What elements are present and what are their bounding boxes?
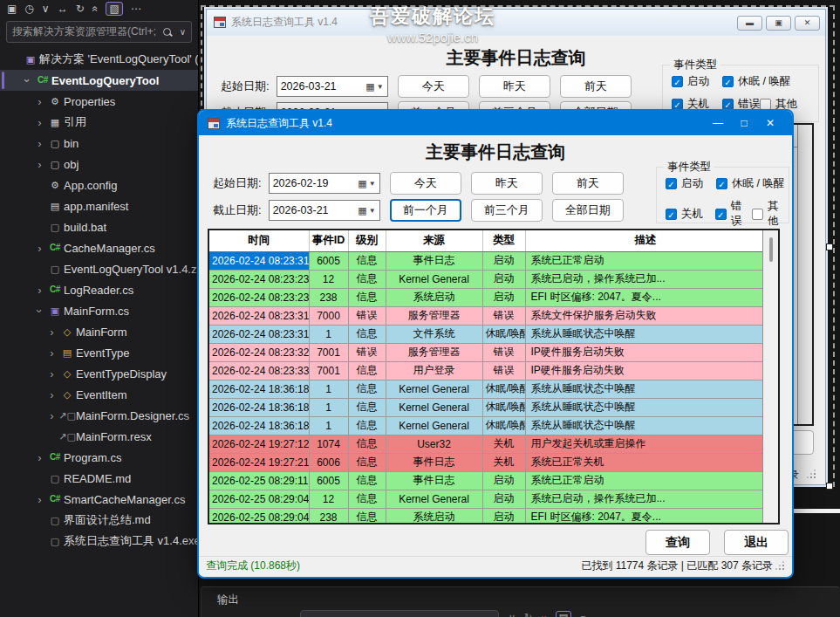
dropdown-arrow-icon[interactable]: ▼ — [377, 83, 384, 91]
clear-output-icon[interactable]: × — [541, 613, 546, 617]
table-scrollbar[interactable] — [797, 125, 812, 424]
solution-explorer-search-box[interactable]: 搜索解决方案资源管理器(Ctrl+; ∨ — [6, 21, 192, 43]
cell-time[interactable]: 2026-02-24 19:27:12 — [209, 435, 309, 453]
cell-desc[interactable]: IP硬件服务启动失败 — [525, 343, 762, 361]
table-row[interactable]: 2026-02-24 19:27:121074信息User32关机用户发起关机或… — [209, 435, 762, 453]
cell-source[interactable]: 系统启动 — [386, 288, 482, 306]
event-type-checkbox[interactable]: ✓启动 — [666, 176, 716, 191]
cell-type[interactable]: 错误 — [482, 343, 525, 361]
history-icon[interactable]: ◷ — [24, 3, 33, 15]
tree-chevron-icon[interactable]: › — [33, 305, 46, 318]
cell-source[interactable]: User32 — [386, 435, 482, 453]
more-options-icon[interactable]: ⋯ — [131, 3, 141, 15]
cell-level[interactable]: 信息 — [348, 398, 386, 416]
checked-checkbox-icon[interactable]: ✓ — [715, 209, 727, 220]
minimize-button[interactable]: — — [705, 112, 731, 134]
exit-button[interactable]: 退出 — [724, 530, 789, 555]
tree-item[interactable]: ›C#SmartCacheManager.cs — [0, 489, 198, 510]
tree-item[interactable]: ›▣MainForm.cs — [0, 300, 198, 321]
tree-chevron-icon[interactable]: › — [33, 451, 46, 464]
quick-button[interactable]: 昨天 — [471, 172, 543, 195]
cell-type[interactable]: 启动 — [482, 508, 525, 523]
chevron-down-icon[interactable]: ∨ — [42, 3, 50, 15]
cell-desc[interactable]: 系统从睡眠状态中唤醒 — [525, 398, 762, 416]
tree-chevron-icon[interactable]: › — [45, 346, 58, 360]
cell-time[interactable]: 2026-02-24 08:23:23 — [209, 288, 309, 306]
table-row[interactable]: 2026-02-24 18:36:181信息Kernel General休眠/唤… — [209, 398, 762, 416]
tree-item[interactable]: ›C#EventLogQueryTool — [0, 70, 198, 91]
table-row[interactable]: 2026-02-24 08:23:311信息文件系统休眠/唤醒系统从睡眠状态中唤… — [209, 325, 762, 343]
cell-id[interactable]: 1 — [309, 380, 348, 398]
cell-time[interactable]: 2026-02-24 08:23:32 — [209, 343, 309, 361]
cell-desc[interactable]: 用户发起关机或重启操作 — [525, 435, 762, 453]
collapse-all-icon[interactable]: « — [89, 6, 101, 12]
close-button[interactable]: ✕ — [757, 112, 783, 134]
cell-type[interactable]: 休眠/唤醒 — [482, 398, 525, 416]
cell-desc[interactable]: 系统从睡眠状态中唤醒 — [525, 325, 762, 343]
cell-type[interactable]: 启动 — [482, 288, 525, 306]
tree-chevron-icon[interactable]: › — [33, 242, 46, 255]
cell-desc[interactable]: 系统文件保护服务启动失败 — [525, 306, 762, 325]
cell-source[interactable]: 用户登录 — [386, 361, 482, 380]
cell-desc[interactable]: EFI 时区偏移: 2047。夏令... — [525, 508, 762, 523]
tree-item[interactable]: ›C#LogReader.cs — [0, 279, 198, 300]
tree-item[interactable]: ›C#CacheManager.cs — [0, 237, 198, 258]
cell-source[interactable]: 文件系统 — [386, 325, 482, 343]
cell-level[interactable]: 信息 — [348, 490, 386, 508]
cell-source[interactable]: Kernel General — [386, 380, 482, 398]
cell-desc[interactable]: 系统已正常启动 — [525, 251, 762, 270]
app-titlebar[interactable]: 系统日志查询工具 v1.4 — □ ✕ — [199, 111, 792, 135]
cell-level[interactable]: 信息 — [348, 361, 386, 380]
cell-type[interactable]: 休眠/唤醒 — [482, 380, 525, 398]
column-header[interactable]: 级别 — [348, 230, 386, 251]
table-row[interactable]: 2026-02-24 08:23:327001错误服务管理器错误IP硬件服务启动… — [209, 343, 762, 361]
start-date-picker[interactable]: 2026-02-19 ▦ ▼ — [269, 173, 380, 194]
tree-item[interactable]: ›▢obj — [0, 154, 198, 175]
tree-chevron-icon[interactable]: › — [33, 95, 46, 108]
cell-type[interactable]: 关机 — [482, 453, 525, 471]
table-row[interactable]: 2026-02-25 08:29:04238信息系统启动启动EFI 时区偏移: … — [209, 508, 762, 523]
table-row[interactable]: 2026-02-24 19:27:216006信息事件日志关机系统已正常关机 — [209, 453, 762, 471]
cell-source[interactable]: 事件日志 — [386, 251, 482, 270]
quick-button[interactable]: 前天 — [552, 172, 624, 195]
search-input[interactable]: 搜索解决方案资源管理器(Ctrl+; — [12, 24, 162, 39]
checked-checkbox-icon[interactable]: ✓ — [666, 209, 677, 220]
workspace-icon[interactable]: ▣ — [7, 3, 17, 15]
tree-chevron-icon[interactable]: › — [33, 158, 46, 171]
cell-time[interactable]: 2026-02-25 08:29:04 — [209, 490, 309, 508]
query-button[interactable]: 查询 — [645, 530, 710, 555]
cell-id[interactable]: 7001 — [309, 361, 348, 380]
cell-time[interactable]: 2026-02-24 08:23:31 — [209, 306, 309, 325]
cell-source[interactable]: Kernel General — [386, 490, 482, 508]
tree-item[interactable]: ›⚙Properties — [0, 91, 198, 112]
cell-id[interactable]: 7001 — [309, 343, 348, 361]
cell-id[interactable]: 1 — [309, 398, 348, 416]
cell-source[interactable]: 事件日志 — [386, 453, 482, 471]
cell-id[interactable]: 238 — [309, 288, 348, 306]
event-type-checkbox[interactable]: ✓其他 — [752, 199, 789, 229]
cell-source[interactable]: 服务管理器 — [386, 306, 482, 325]
cell-id[interactable]: 1074 — [309, 435, 348, 453]
cell-id[interactable]: 238 — [309, 508, 348, 523]
tree-item[interactable]: ›◇EventItem — [0, 384, 198, 405]
table-row[interactable]: 2026-02-24 08:23:23238信息系统启动启动EFI 时区偏移: … — [209, 288, 762, 306]
cell-type[interactable]: 关机 — [482, 435, 525, 453]
unchecked-checkbox-icon[interactable]: ✓ — [752, 209, 763, 220]
output-source-combo[interactable] — [300, 610, 499, 617]
start-date-picker[interactable]: 2026-03-21 ▦ ▼ — [277, 76, 388, 97]
dropdown-arrow-icon[interactable]: ▼ — [369, 207, 376, 215]
cell-desc[interactable]: IP硬件服务启动失败 — [525, 361, 762, 380]
tree-item[interactable]: ›↗▢MainForm.resx — [0, 426, 198, 447]
cell-level[interactable]: 信息 — [348, 288, 386, 306]
cell-time[interactable]: 2026-02-24 08:23:31 — [209, 325, 309, 343]
cell-level[interactable]: 错误 — [348, 343, 386, 361]
resize-grip[interactable] — [808, 470, 816, 479]
cell-level[interactable]: 信息 — [348, 453, 386, 471]
cell-source[interactable]: Kernel General — [386, 416, 482, 435]
event-type-checkbox[interactable]: ✓启动 — [672, 74, 722, 89]
checked-checkbox-icon[interactable]: ✓ — [672, 76, 683, 87]
cell-id[interactable]: 1 — [309, 416, 348, 435]
column-header[interactable]: 类型 — [482, 230, 525, 251]
tree-item[interactable]: ›▢界面设计总结.md — [0, 510, 198, 531]
quick-button[interactable]: 今天 — [390, 172, 461, 195]
